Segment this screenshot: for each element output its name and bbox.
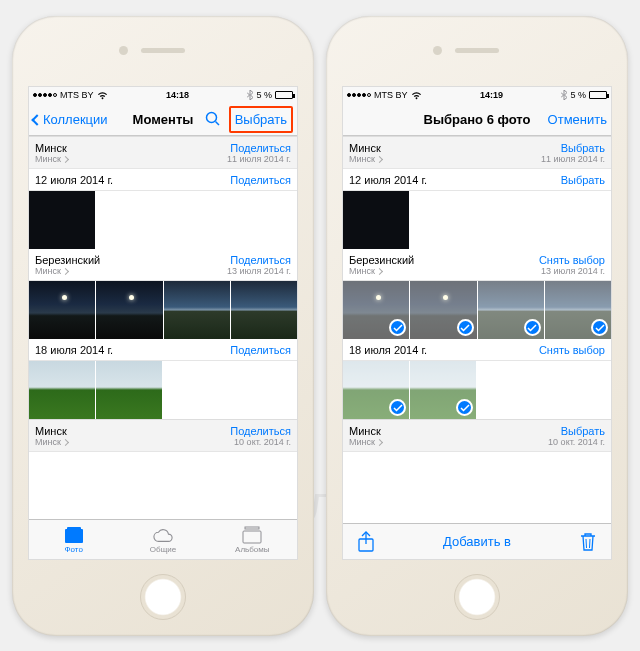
status-bar: MTS BY 14:19 5 % (343, 87, 611, 103)
section-header[interactable]: МинскМинск Поделиться10 окт. 2014 г. (29, 419, 297, 452)
selection-toolbar: Добавить в (343, 523, 611, 559)
photos-icon (64, 526, 84, 544)
deselect-section-link[interactable]: Снять выбор (539, 344, 605, 356)
section-header[interactable]: 12 июля 2014 г. Выбрать (343, 169, 611, 191)
thumbnail-row (29, 191, 297, 249)
check-icon (591, 319, 608, 336)
thumbnail-row (343, 361, 611, 419)
speaker-slot (455, 48, 499, 53)
thumbnail-row (343, 191, 611, 249)
photo-thumb[interactable] (96, 281, 162, 339)
camera-dot (119, 46, 128, 55)
photo-thumb-selected[interactable] (410, 281, 476, 339)
cloud-icon (153, 526, 173, 544)
share-link[interactable]: Поделиться (230, 174, 291, 186)
photo-thumb-selected[interactable] (343, 361, 409, 419)
photo-thumb[interactable] (96, 361, 162, 419)
cancel-button[interactable]: Отменить (544, 112, 611, 127)
svg-point-0 (206, 113, 216, 123)
section-header[interactable]: 18 июля 2014 г. Снять выбор (343, 339, 611, 361)
battery-icon (589, 91, 607, 99)
section-header[interactable]: МинскМинск Выбрать11 июля 2014 г. (343, 136, 611, 169)
status-bar: MTS BY 14:18 5 % (29, 87, 297, 103)
tab-bar: Фото Общие Альбомы (29, 519, 297, 559)
share-link[interactable]: Поделиться (227, 254, 291, 266)
tab-shared[interactable]: Общие (118, 520, 207, 559)
photo-thumb[interactable] (29, 191, 95, 249)
share-icon[interactable] (357, 531, 375, 553)
phone-frame-right: MTS BY 14:19 5 % Выбрано 6 фото Отменить… (326, 16, 628, 636)
select-section-link[interactable]: Выбрать (541, 142, 605, 154)
battery-percent: 5 % (570, 90, 586, 100)
check-icon (456, 399, 473, 416)
svg-rect-3 (67, 527, 81, 530)
phone-frame-left: MTS BY 14:18 5 % Коллекции Моменты Выбра… (12, 16, 314, 636)
chevron-right-icon (376, 155, 383, 162)
moments-scroll[interactable]: МинскМинск Поделиться11 июля 2014 г. 12 … (29, 136, 297, 519)
screen-left: MTS BY 14:18 5 % Коллекции Моменты Выбра… (28, 86, 298, 560)
wifi-icon (411, 91, 422, 100)
chevron-right-icon (62, 267, 69, 274)
photo-thumb[interactable] (231, 281, 297, 339)
check-icon (389, 399, 406, 416)
chevron-right-icon (62, 438, 69, 445)
check-icon (457, 319, 474, 336)
share-link[interactable]: Поделиться (230, 425, 291, 437)
wifi-icon (97, 91, 108, 100)
svg-rect-5 (243, 531, 261, 543)
section-header[interactable]: МинскМинск Выбрать10 окт. 2014 г. (343, 419, 611, 452)
section-header[interactable]: БерезинскийМинск Снять выбор13 июля 2014… (343, 249, 611, 281)
section-header[interactable]: МинскМинск Поделиться11 июля 2014 г. (29, 136, 297, 169)
nav-bar: Коллекции Моменты Выбрать (29, 103, 297, 136)
chevron-right-icon (376, 267, 383, 274)
camera-dot (433, 46, 442, 55)
svg-rect-4 (245, 527, 259, 529)
select-section-link[interactable]: Выбрать (548, 425, 605, 437)
battery-icon (275, 91, 293, 99)
albums-icon (242, 526, 262, 544)
trash-icon[interactable] (579, 531, 597, 553)
photo-thumb-selected[interactable] (478, 281, 544, 339)
photo-thumb-selected[interactable] (545, 281, 611, 339)
svg-line-9 (589, 539, 590, 548)
clock: 14:18 (166, 90, 189, 100)
photo-thumb[interactable] (343, 191, 409, 249)
chevron-right-icon (376, 438, 383, 445)
bluetooth-icon (561, 90, 567, 100)
thumbnail-row (29, 361, 297, 419)
check-icon (524, 319, 541, 336)
tab-albums[interactable]: Альбомы (208, 520, 297, 559)
photo-thumb-selected[interactable] (343, 281, 409, 339)
signal-dots-icon (347, 93, 371, 97)
svg-line-1 (215, 122, 219, 126)
nav-bar: Выбрано 6 фото Отменить (343, 103, 611, 136)
home-button[interactable] (140, 574, 186, 620)
section-header[interactable]: БерезинскийМинск Поделиться13 июля 2014 … (29, 249, 297, 281)
photo-thumb-selected[interactable] (410, 361, 476, 419)
section-header[interactable]: 18 июля 2014 г. Поделиться (29, 339, 297, 361)
section-header[interactable]: 12 июля 2014 г. Поделиться (29, 169, 297, 191)
battery-percent: 5 % (256, 90, 272, 100)
share-link[interactable]: Поделиться (230, 344, 291, 356)
tab-photos[interactable]: Фото (29, 520, 118, 559)
photo-thumb[interactable] (29, 281, 95, 339)
search-icon[interactable] (205, 111, 221, 127)
home-button[interactable] (454, 574, 500, 620)
thumbnail-row (343, 281, 611, 339)
chevron-left-icon (31, 114, 42, 125)
bluetooth-icon (247, 90, 253, 100)
clock: 14:19 (480, 90, 503, 100)
carrier-label: MTS BY (374, 90, 408, 100)
svg-rect-2 (65, 529, 83, 543)
share-link[interactable]: Поделиться (227, 142, 291, 154)
speaker-slot (141, 48, 185, 53)
moments-scroll[interactable]: МинскМинск Выбрать11 июля 2014 г. 12 июл… (343, 136, 611, 523)
chevron-right-icon (62, 155, 69, 162)
deselect-section-link[interactable]: Снять выбор (539, 254, 605, 266)
addto-button[interactable]: Добавить в (443, 534, 511, 549)
back-button[interactable]: Коллекции (29, 112, 112, 127)
select-section-link[interactable]: Выбрать (561, 174, 605, 186)
select-button[interactable]: Выбрать (229, 106, 293, 133)
photo-thumb[interactable] (29, 361, 95, 419)
photo-thumb[interactable] (164, 281, 230, 339)
